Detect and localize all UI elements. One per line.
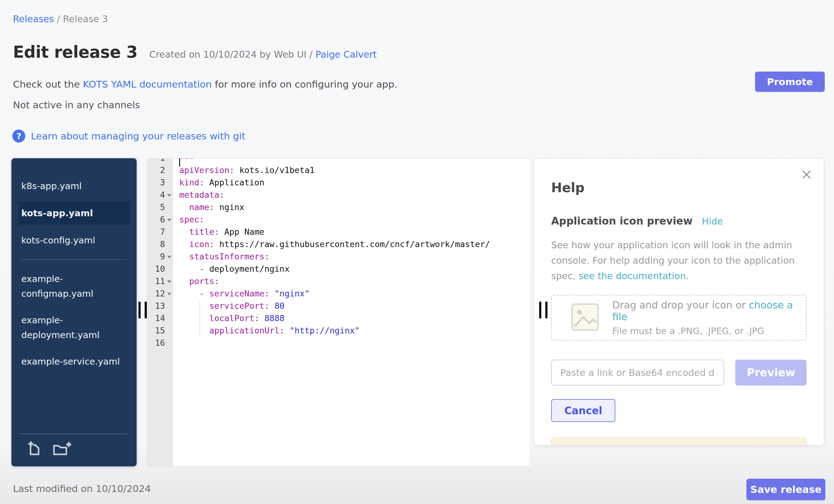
line-number: 10 — [147, 263, 165, 275]
fold-spacer — [165, 300, 173, 312]
file-item-k8s-app.yaml[interactable]: k8s-app.yaml — [12, 174, 137, 198]
icon-preview-description: See how your application icon will look … — [551, 238, 804, 284]
save-release-button[interactable]: Save release — [746, 479, 825, 500]
file-item-kots-config.yaml[interactable]: kots-config.yaml — [12, 228, 137, 253]
editor-line-16[interactable]: 16 — [147, 337, 529, 349]
file-item-example-configmap.yaml[interactable]: example-configmap.yaml — [12, 266, 137, 306]
learn-git-link[interactable]: Learn about managing your releases with … — [31, 130, 245, 141]
line-number: 12 — [147, 287, 165, 300]
editor-line-13[interactable]: 13 servicePort: 80 — [147, 300, 529, 312]
sidebar-actions — [21, 434, 127, 466]
editor-line-10[interactable]: 10 - deployment/nginx — [147, 263, 529, 275]
question-circle-icon: ? — [12, 130, 25, 143]
fold-arrow-icon[interactable] — [165, 287, 173, 300]
docs-banner: Check out the KOTS YAML documentation fo… — [13, 79, 397, 90]
preflight-warning: Warning: Missing preflight spec Warning … — [551, 437, 807, 446]
file-list-divider — [21, 259, 127, 260]
sidebar-resize-handle[interactable] — [138, 302, 147, 318]
editor-line-4[interactable]: 4metadata: — [147, 189, 529, 201]
last-modified-text: Last modified on 10/10/2024 — [13, 483, 151, 494]
new-file-button[interactable] — [26, 440, 43, 458]
icon-dropzone[interactable]: Drag and drop your icon or choose a file… — [551, 295, 807, 341]
code-text: name: nginx — [173, 201, 244, 214]
file-item-example-service.yaml[interactable]: example-service.yaml — [12, 349, 137, 374]
new-folder-button[interactable] — [52, 440, 72, 458]
see-documentation-link[interactable]: see the documentation — [578, 270, 686, 281]
editor-line-1[interactable]: 1--- — [147, 158, 529, 164]
line-number: 8 — [147, 238, 165, 250]
fold-arrow-icon[interactable] — [165, 214, 173, 226]
channel-status-text: Not active in any channels — [13, 99, 140, 110]
preview-button[interactable]: Preview — [735, 360, 807, 386]
line-number: 13 — [147, 300, 165, 312]
created-info: Created on 10/10/2024 by Web UI / Paige … — [149, 49, 377, 60]
line-number: 9 — [147, 250, 165, 263]
file-sidebar: k8s-app.yamlkots-app.yamlkots-config.yam… — [12, 158, 137, 466]
fold-spacer — [165, 312, 173, 325]
editor-line-2[interactable]: 2apiVersion: kots.io/v1beta1 — [147, 164, 529, 176]
file-item-example-deployment.yaml[interactable]: example-deployment.yaml — [12, 308, 137, 347]
promote-button[interactable]: Promote — [755, 71, 825, 92]
editor-indent-guide — [200, 301, 200, 337]
editor-line-9[interactable]: 9 statusInformers: — [147, 250, 529, 263]
code-text: spec: — [173, 214, 204, 226]
code-text: kind: Application — [173, 176, 264, 189]
fold-spacer — [165, 325, 173, 337]
dropzone-main-text: Drag and drop your icon or choose a file — [612, 299, 806, 323]
breadcrumb-separator: / — [54, 14, 63, 24]
editor-lines[interactable]: 1---2apiVersion: kots.io/v1beta13kind: A… — [147, 158, 529, 349]
image-placeholder-icon — [571, 303, 599, 332]
code-text: applicationUrl: "http://nginx" — [173, 325, 360, 337]
line-number: 2 — [147, 164, 165, 176]
code-text: servicePort: 80 — [173, 300, 284, 312]
dropzone-hint-text: File must be a .PNG, .JPEG, or .JPG — [612, 326, 806, 336]
breadcrumb-releases-link[interactable]: Releases — [13, 14, 54, 24]
editor-line-14[interactable]: 14 localPort: 8888 — [147, 312, 529, 325]
author-link[interactable]: Paige Calvert — [315, 49, 377, 60]
code-text: metadata: — [173, 189, 224, 201]
editor-line-8[interactable]: 8 icon: https://raw.githubusercontent.co… — [147, 238, 529, 250]
code-text — [173, 337, 179, 349]
editor-line-7[interactable]: 7 title: App Name — [147, 226, 529, 238]
fold-spacer — [165, 337, 173, 349]
dropzone-texts: Drag and drop your icon or choose a file… — [612, 299, 806, 336]
fold-arrow-icon[interactable] — [165, 275, 173, 287]
editor-resize-handle[interactable] — [539, 302, 547, 318]
icon-url-row: Preview — [551, 360, 807, 386]
breadcrumb: Releases / Release 3 — [13, 14, 108, 24]
fold-spacer — [165, 263, 173, 275]
help-title: Help — [551, 180, 807, 195]
editor-line-3[interactable]: 3kind: Application — [147, 176, 529, 189]
line-number: 16 — [147, 337, 165, 349]
editor-line-5[interactable]: 5 name: nginx — [147, 201, 529, 214]
cancel-button[interactable]: Cancel — [551, 399, 615, 422]
editor-line-15[interactable]: 15 applicationUrl: "http://nginx" — [147, 325, 529, 337]
code-text: - deployment/nginx — [173, 263, 290, 275]
hide-link[interactable]: Hide — [702, 216, 723, 227]
icon-preview-title: Application icon preview — [551, 215, 693, 227]
file-list: k8s-app.yamlkots-app.yamlkots-config.yam… — [12, 172, 137, 434]
docs-banner-text-end: for more info on configuring your app. — [212, 79, 397, 90]
fold-spacer — [165, 238, 173, 250]
line-number: 5 — [147, 201, 165, 214]
close-icon[interactable] — [800, 168, 813, 182]
code-text: apiVersion: kots.io/v1beta1 — [173, 164, 314, 176]
editor-line-11[interactable]: 11 ports: — [147, 275, 529, 287]
fold-arrow-icon[interactable] — [165, 189, 173, 201]
editor-line-6[interactable]: 6spec: — [147, 214, 529, 226]
yaml-editor[interactable]: 1---2apiVersion: kots.io/v1beta13kind: A… — [147, 158, 529, 466]
line-number: 6 — [147, 214, 165, 226]
line-number: 15 — [147, 325, 165, 337]
code-text: statusInformers: — [173, 250, 269, 263]
fold-spacer — [165, 201, 173, 214]
fold-spacer — [165, 176, 173, 189]
file-item-kots-app.yaml[interactable]: kots-app.yaml — [18, 201, 130, 225]
icon-url-input[interactable] — [551, 360, 724, 386]
code-text: ports: — [173, 275, 219, 287]
editor-line-12[interactable]: 12 - serviceName: "nginx" — [147, 287, 529, 300]
fold-arrow-icon[interactable] — [165, 250, 173, 263]
docs-banner-text: Check out the — [13, 79, 83, 90]
kots-yaml-doc-link[interactable]: KOTS YAML documentation — [83, 79, 212, 90]
icon-preview-section-header: Application icon preview Hide — [551, 215, 807, 227]
code-text: --- — [173, 158, 194, 164]
